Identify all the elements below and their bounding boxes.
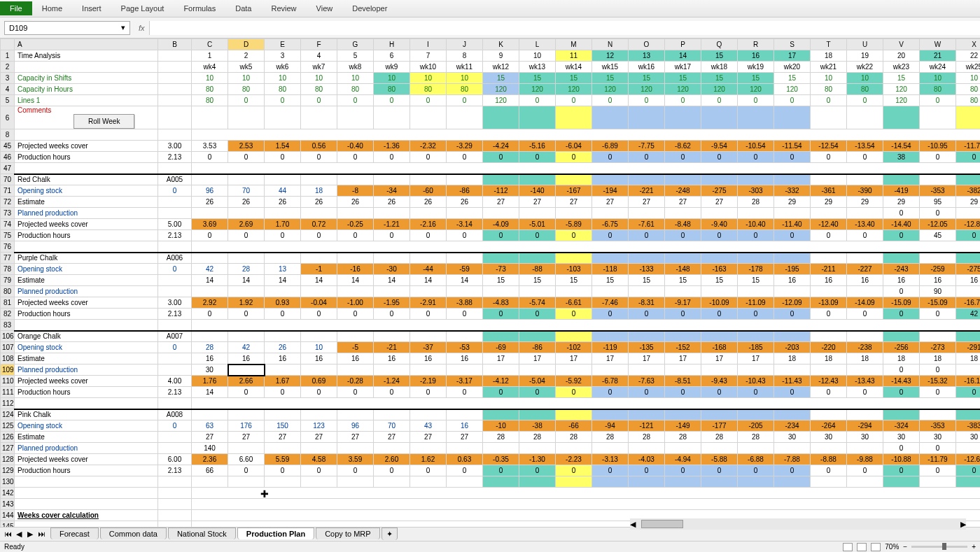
tab-insert[interactable]: Insert [72,1,111,15]
formula-bar: D109 ▾ fx [0,17,980,38]
pink-chalk-label: Pink Chalk [15,409,158,420]
tab-view[interactable]: View [307,1,343,15]
tab-page-layout[interactable]: Page Layout [111,1,174,15]
row-111: 111Production hours2.13 1400000000000000… [1,387,981,398]
capacity-hours-label: Capacity in Hours [15,84,158,95]
row-47: 47 [1,163,981,174]
nav-last-icon[interactable]: ⏭ [36,530,46,539]
sheet-tab-forecast[interactable]: Forecast [50,528,99,539]
row-129: 129Production hours2.13 6600000000000000… [1,465,981,476]
nav-first-icon[interactable]: ⏮ [3,530,13,539]
zoom-value: 70% [885,543,899,551]
row-71: 71Opening stock0 96704418-8-34-60-86-112… [1,185,981,197]
row-72: 72Estimate 26262626262626262727272727272… [1,197,981,208]
tab-home[interactable]: Home [32,1,72,15]
tab-formulas[interactable]: Formulas [174,1,225,15]
formula-input[interactable] [149,21,980,35]
column-headers[interactable]: A B C D EFGHIJKLMNOPQRSTUVWX [1,39,981,50]
spreadsheet-grid[interactable]: A B C D EFGHIJKLMNOPQRSTUVWX 1Time Analy… [0,38,980,541]
row-70: 70Red ChalkA005 [1,174,981,185]
time-analysis-label: Time Analysis [15,50,158,62]
row-74: 74Projected weeks cover5.00 3.692.691.70… [1,219,981,230]
tab-file[interactable]: File [0,1,32,15]
view-page-layout-icon[interactable] [857,543,867,551]
fx-label[interactable]: fx [139,24,145,32]
name-box[interactable]: D109 ▾ [4,21,130,35]
row-107: 107Opening stock0 28422610-5-21-37-53-69… [1,342,981,353]
row-80: 80Planned production090 [1,286,981,297]
row-77: 77Purple ChalkA006 [1,253,981,264]
row-142: 142 [1,488,981,499]
row-127: 127Planned production14000 [1,443,981,454]
row-108: 108Estimate 1616161616161616171717171717… [1,353,981,365]
sheet-tab-new[interactable]: ✦ [382,528,398,540]
row-5: 5Lines 1 8000000001200000000000120080 [1,95,981,106]
sheet-tab-production-plan[interactable]: Production Plan [237,528,314,539]
row-112: 112 [1,398,981,409]
purple-chalk-label: Purple Chalk [15,253,158,264]
row-110: 110Projected weeks cover4.00 1.762.661.6… [1,376,981,387]
roll-week-button[interactable]: Roll Week [74,114,134,129]
tab-developer[interactable]: Developer [342,1,397,15]
red-chalk-label: Red Chalk [15,174,158,185]
capacity-shifts-label: Capacity in Shifts [15,73,158,84]
status-ready: Ready [4,543,24,551]
zoom-out-icon[interactable]: − [903,543,907,551]
lines1-label: Lines 1 [15,95,158,106]
ribbon: File Home Insert Page Layout Formulas Da… [0,0,980,17]
tab-review[interactable]: Review [261,1,306,15]
row-130: 130 [1,476,981,488]
row-143: 143 [1,499,981,510]
view-page-break-icon[interactable] [871,543,881,551]
row-126: 126Estimate 2727272727272727282828282828… [1,432,981,443]
row-124: 124Pink ChalkA008 [1,409,981,420]
row-82: 82Production hours2.13 00000000000000000… [1,309,981,320]
row-76: 76 [1,241,981,253]
row-125: 125Opening stock0 6317615012396704316-10… [1,420,981,432]
dropdown-icon[interactable]: ▾ [121,23,125,32]
zoom-slider[interactable] [911,546,967,548]
row-45: 45Projected weeks cover3.00 3.532.531.54… [1,141,981,152]
cell-d109[interactable] [228,365,265,376]
row-1: 1Time Analysis 1234567891011121314151617… [1,50,981,62]
view-normal-icon[interactable] [843,543,853,551]
row-4: 4Capacity in Hours 808080808080808012012… [1,84,981,95]
planned-production-label: Planned production [15,365,158,376]
status-bar: Ready 70% − + [0,541,980,552]
row-83: 83 [1,320,981,331]
row-73: 73Planned production00 [1,208,981,219]
tab-data[interactable]: Data [225,1,261,15]
zoom-in-icon[interactable]: + [972,543,976,551]
name-box-value: D109 [9,24,27,32]
row-79: 79Estimate 14141414141414141515151515151… [1,275,981,286]
row-2: 2 wk4wk5wk6wk7wk8wk9wk10wk11wk12wk13wk14… [1,62,981,73]
row-81: 81Projected weeks cover3.00 2.921.920.93… [1,297,981,309]
row-109: 109Planned production3000 [1,365,981,376]
comments-label: Comments [18,106,51,114]
orange-chalk-label: Orange Chalk [15,331,158,342]
row-8: 8 [1,129,981,141]
row-106: 106Orange ChalkA007 [1,331,981,342]
horizontal-scrollbar[interactable]: ◀▶ [630,518,966,530]
weeks-cover-calc-label: Weeks cover calculation [15,510,158,521]
sheet-tab-copy-to-mrp[interactable]: Copy to MRP [316,528,379,539]
sheet-tab-national-stock[interactable]: National Stock [168,528,236,539]
row-78: 78Opening stock0 422813-1-16-30-44-59-73… [1,264,981,275]
sheet-tabs-bar: ⏮ ◀ ▶ ⏭ Forecast Common data National St… [0,527,980,541]
nav-prev-icon[interactable]: ◀ [14,530,24,539]
row-128: 128Projected weeks cover6.00 2.366.605.5… [1,454,981,465]
nav-next-icon[interactable]: ▶ [25,530,35,539]
row-46: 46Production hours2.13 00000000000000000… [1,152,981,163]
row-75: 75Production hours2.13 00000000000000000… [1,230,981,241]
sheet-tab-common-data[interactable]: Common data [100,528,167,539]
row-3: 3Capacity in Shifts 10101010101010101515… [1,73,981,84]
row-6: 6CommentsRoll Week [1,106,981,129]
